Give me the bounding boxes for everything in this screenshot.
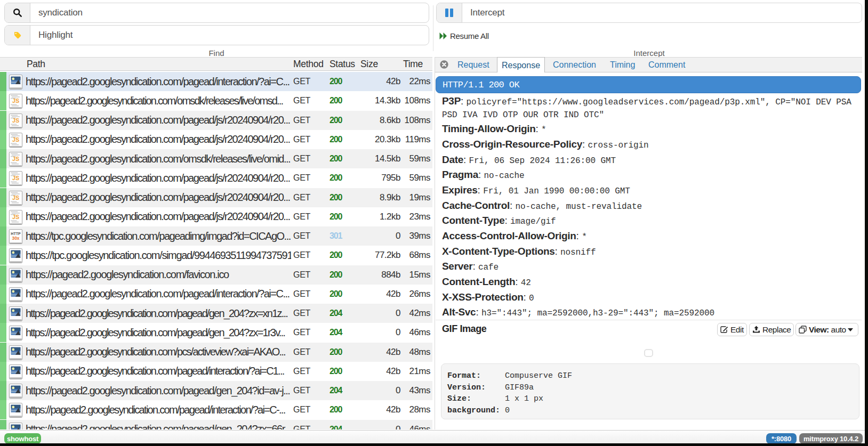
svg-text:JS: JS [12, 117, 19, 123]
svg-text:JS: JS [12, 136, 19, 143]
svg-text:JS: JS [12, 156, 19, 162]
svg-text:JS: JS [12, 98, 19, 104]
svg-text:JS: JS [12, 214, 19, 220]
svg-text:JS: JS [12, 194, 19, 200]
svg-text:30x: 30x [12, 236, 20, 241]
svg-text:JS: JS [12, 175, 19, 181]
